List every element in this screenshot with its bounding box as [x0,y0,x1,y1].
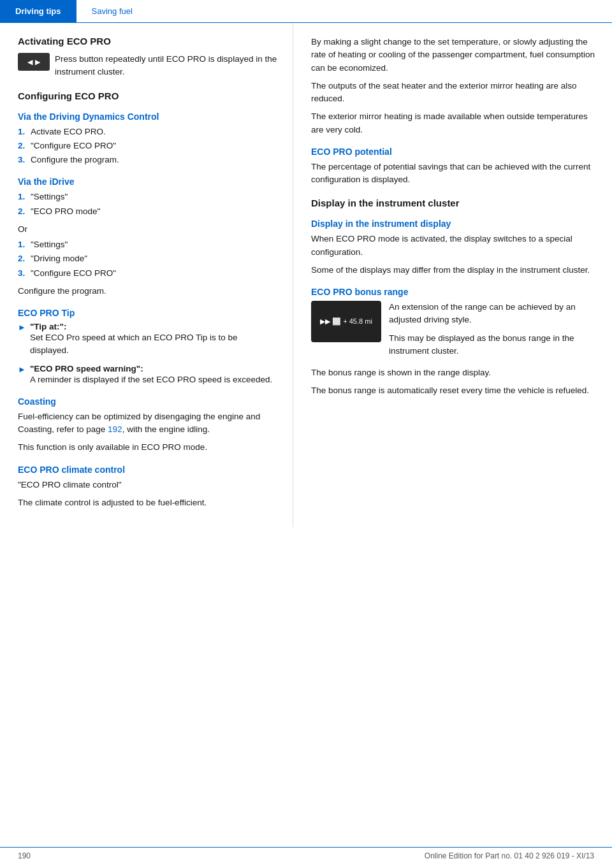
eco-bonus-heading: ECO PRO bonus range [311,287,597,297]
step-text: Activate ECO PRO. [31,126,106,138]
tab-driving-tips[interactable]: Driving tips [0,0,76,22]
step-num: 2. [18,140,31,152]
eco-bonus-text1: An extension of the range can be achieve… [389,301,597,327]
ecopro-bonus-image: ▶▶ ⬜ + 45.8 mi [311,301,381,342]
coasting-text2: This function is only available in ECO P… [18,441,277,454]
list-item: 1. Activate ECO PRO. [18,126,277,138]
list-item: 1. "Settings" [18,191,277,203]
step-text: "Settings" [31,191,68,203]
list-item: 3. "Configure ECO PRO" [18,267,277,280]
display-cluster-heading: Display in the instrument cluster [311,198,597,208]
page-footer: 190 Online Edition for Part no. 01 40 2 … [0,847,612,860]
ecopro-button-icon [18,53,50,71]
bullet-content: "Tip at:": Set ECO Pro speed at which an… [30,322,277,358]
bonus-container: ▶▶ ⬜ + 45.8 mi An extension of the range… [311,301,597,363]
via-idrive-heading: Via the iDrive [18,177,277,187]
bullet-content: "ECO PRO speed warning": A reminder is d… [30,364,277,386]
or-text: Or [18,223,277,236]
step-num: 1. [18,126,31,138]
main-content: Activating ECO PRO Press button repeated… [0,23,612,527]
eco-bonus-text3: The bonus range is shown in the range di… [311,366,597,379]
step-text: "Configure ECO PRO" [31,140,116,152]
eco-climate-heading: ECO PRO climate control [18,465,277,475]
via-driving-heading: Via the Driving Dynamics Control [18,112,277,122]
step-text: Configure the program. [31,154,119,166]
step-text: "Settings" [31,238,68,251]
eco-potential-heading: ECO PRO potential [311,147,597,157]
bonus-text-col: An extension of the range can be achieve… [389,301,597,363]
eco-climate-text2: The climate control is adjusted to be fu… [18,496,277,509]
display-instrument-heading: Display in the instrument display [311,219,597,229]
step-text: "Driving mode" [31,252,87,265]
bullet-label: "ECO PRO speed warning": [30,364,143,373]
configuring-heading: Configuring ECO PRO [18,90,277,101]
via-idrive-list2: 1. "Settings" 2. "Driving mode" 3. "Conf… [18,238,277,280]
step-text: "ECO PRO mode" [31,205,100,218]
bullet-label: "Tip at:": [30,322,67,331]
step-num: 2. [18,252,31,265]
list-item: 1. "Settings" [18,238,277,251]
activating-text: Press button repeatedly until ECO PRO is… [55,53,277,79]
step-num: 3. [18,154,31,166]
bullet-arrow-icon: ► [18,365,26,374]
eco-potential-text: The percentage of potential savings that… [311,161,597,187]
intro-text2: The outputs of the seat heater and the e… [311,80,597,106]
left-column: Activating ECO PRO Press button repeated… [0,23,293,527]
right-column: By making a slight change to the set tem… [293,23,612,527]
step-num: 2. [18,205,31,218]
coasting-text1: Fuel-efficiency can be optimized by dise… [18,410,277,437]
header-tabs: Driving tips Saving fuel [0,0,612,23]
via-idrive-list1: 1. "Settings" 2. "ECO PRO mode" [18,191,277,218]
intro-text3: The exterior mirror heating is made avai… [311,110,597,136]
step-num: 3. [18,267,31,280]
tab-saving-fuel[interactable]: Saving fuel [76,0,148,22]
eco-pro-tip-heading: ECO PRO Tip [18,308,277,318]
step-num: 1. [18,238,31,251]
list-item: 3. Configure the program. [18,154,277,166]
intro-text1: By making a slight change to the set tem… [311,36,597,75]
bullet-speed-warning: ► "ECO PRO speed warning": A reminder is… [18,364,277,386]
bullet-arrow-icon: ► [18,322,26,332]
eco-climate-text1: "ECO PRO climate control" [18,479,277,491]
display-instrument-text1: When ECO PRO mode is activated, the disp… [311,233,597,259]
activating-content: Press button repeatedly until ECO PRO is… [18,53,277,79]
coasting-page-link[interactable]: 192 [108,424,122,434]
bullet-desc: Set ECO Pro speed at which an ECO PRO Ti… [30,333,238,355]
ecopro-image-text: ▶▶ ⬜ + 45.8 mi [320,317,372,326]
page-wrapper: Driving tips Saving fuel Activating ECO … [0,0,612,868]
eco-bonus-text2: This may be displayed as the bonus range… [389,332,597,358]
bullet-tip-at: ► "Tip at:": Set ECO Pro speed at which … [18,322,277,358]
list-item: 2. "Configure ECO PRO" [18,140,277,152]
display-instrument-text2: Some of the displays may differ from the… [311,264,597,277]
coasting-heading: Coasting [18,396,277,407]
edition-text: Online Edition for Part no. 01 40 2 926 … [425,851,594,860]
step-num: 1. [18,191,31,203]
list-item: 2. "Driving mode" [18,252,277,265]
list-item: 2. "ECO PRO mode" [18,205,277,218]
bullet-desc: A reminder is displayed if the set ECO P… [30,375,272,384]
configure-program: Configure the program. [18,285,277,298]
via-driving-list: 1. Activate ECO PRO. 2. "Configure ECO P… [18,126,277,167]
activating-heading: Activating ECO PRO [18,36,277,47]
step-text: "Configure ECO PRO" [31,267,116,280]
page-number: 190 [18,851,31,860]
eco-bonus-text4: The bonus range is automatically reset e… [311,384,597,397]
